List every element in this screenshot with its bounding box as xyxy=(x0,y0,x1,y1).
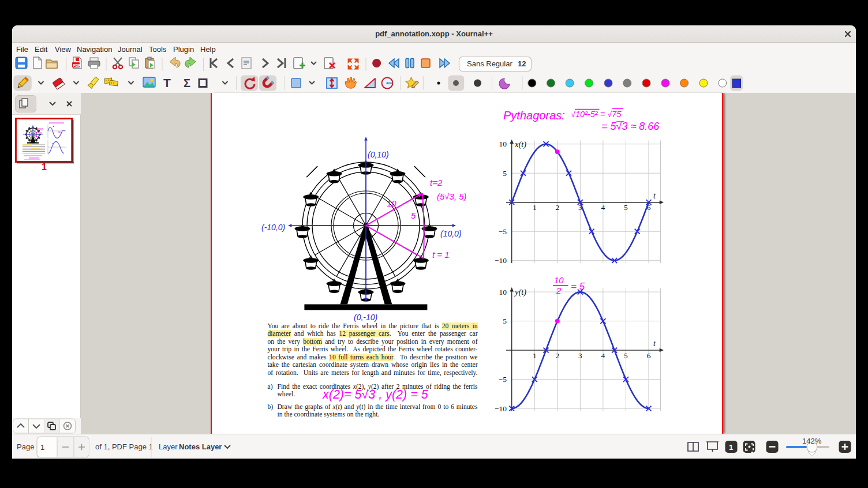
svg-text:Notes Layer: Notes Layer xyxy=(179,442,222,451)
svg-text:2: 2 xyxy=(556,286,562,295)
svg-text:PDF: PDF xyxy=(73,63,81,67)
svg-text:5: 5 xyxy=(503,169,507,178)
svg-text:√10²-5² = √75: √10²-5² = √75 xyxy=(571,110,622,119)
svg-text:−5: −5 xyxy=(498,227,507,236)
svg-text:T: T xyxy=(163,76,171,89)
svg-text:2: 2 xyxy=(555,203,559,212)
svg-text:−10: −10 xyxy=(494,404,506,413)
svg-text:Page: Page xyxy=(17,442,34,451)
svg-text:1: 1 xyxy=(42,162,47,172)
svg-text:4: 4 xyxy=(601,351,605,360)
svg-text:t: t xyxy=(653,339,656,348)
svg-text:−5: −5 xyxy=(498,375,507,384)
svg-text:−10: −10 xyxy=(494,256,506,265)
svg-text:Sans Regular: Sans Regular xyxy=(467,59,512,68)
svg-text:5: 5 xyxy=(411,211,416,220)
svg-text:5: 5 xyxy=(624,351,628,360)
svg-text:(0,-10): (0,-10) xyxy=(354,313,377,322)
svg-text:Pythagoras:: Pythagoras: xyxy=(503,109,565,122)
svg-text:10: 10 xyxy=(554,275,564,285)
svg-text:4: 4 xyxy=(601,203,605,212)
svg-text:2: 2 xyxy=(555,351,559,360)
svg-text:10: 10 xyxy=(499,288,507,296)
svg-text:10: 10 xyxy=(499,140,507,148)
svg-text:(0,10): (0,10) xyxy=(368,150,389,159)
svg-text:= 5: = 5 xyxy=(571,281,585,292)
svg-text:3: 3 xyxy=(578,351,582,360)
svg-text:y(t): y(t) xyxy=(514,287,526,297)
svg-text:= 5√3 ≈ 8.66: = 5√3 ≈ 8.66 xyxy=(601,121,660,132)
svg-text:1: 1 xyxy=(532,203,536,212)
svg-text:(-10,0): (-10,0) xyxy=(261,223,285,232)
svg-text:t=2: t=2 xyxy=(430,178,443,187)
svg-text:t: t xyxy=(653,192,656,200)
svg-text:x(t): x(t) xyxy=(514,140,526,149)
svg-text:(5√3, 5): (5√3, 5) xyxy=(437,192,467,201)
svg-text:t = 1: t = 1 xyxy=(432,250,450,260)
svg-text:12: 12 xyxy=(518,59,526,68)
svg-text:10: 10 xyxy=(387,198,396,208)
svg-text:6: 6 xyxy=(646,351,650,360)
svg-text:Σ: Σ xyxy=(184,77,190,89)
svg-text:5: 5 xyxy=(503,317,507,325)
svg-text:1: 1 xyxy=(40,443,44,452)
svg-text:1: 1 xyxy=(729,443,733,452)
svg-text:1: 1 xyxy=(532,351,536,360)
svg-text:(10,0): (10,0) xyxy=(440,229,462,238)
svg-text:of 1, PDF Page 1: of 1, PDF Page 1 xyxy=(95,442,153,451)
svg-text:Layer: Layer xyxy=(159,442,178,451)
svg-text:142%: 142% xyxy=(802,437,822,445)
svg-text:5: 5 xyxy=(624,203,628,212)
